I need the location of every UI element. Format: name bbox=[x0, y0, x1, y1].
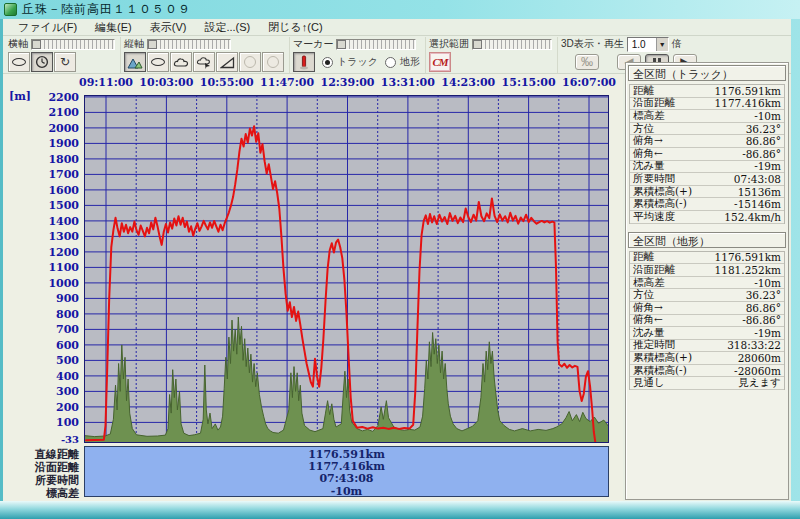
rotate-icon: ↻ bbox=[60, 56, 70, 68]
ghost-circle-button-2[interactable] bbox=[262, 52, 284, 72]
menu-item-0[interactable]: ファイル(F) bbox=[9, 19, 86, 36]
elevation-tick-label: 700 bbox=[3, 323, 79, 336]
menu-item-4[interactable]: 閉じる↑(C) bbox=[259, 19, 331, 36]
elevation-tick-label: 1300 bbox=[3, 230, 79, 243]
app-window: 丘珠－陸前高田１１０５０９ ファイル(F)編集(E)表示(V)設定...(S)閉… bbox=[0, 0, 800, 519]
haxis-group: 横軸 ↻ bbox=[5, 37, 121, 73]
marker-slider[interactable] bbox=[336, 39, 416, 50]
elevation-tick-label: 1800 bbox=[3, 153, 79, 166]
selection-label: 選択範囲 bbox=[429, 37, 469, 51]
triangle-tool-button[interactable] bbox=[216, 52, 238, 72]
stat-value: -10m bbox=[754, 110, 784, 122]
gradient-button[interactable]: ‰ bbox=[575, 54, 599, 70]
terrain-section-header: 全区間（地形） bbox=[628, 232, 786, 248]
plot-canvas[interactable] bbox=[84, 95, 609, 443]
table-row: 平均速度152.4km/h bbox=[630, 211, 784, 224]
permille-icon: ‰ bbox=[581, 56, 593, 68]
cm-icon: CM bbox=[432, 56, 447, 68]
time-tick-label: 09:11:00 bbox=[79, 76, 133, 89]
oval-tool-button[interactable] bbox=[8, 52, 30, 72]
elevation-plot bbox=[84, 95, 609, 443]
menu-item-1[interactable]: 編集(E) bbox=[86, 19, 141, 36]
selection-group: 選択範囲 CM bbox=[426, 37, 558, 73]
stat-value: 1176.591km bbox=[715, 251, 784, 263]
marker-pin-button[interactable] bbox=[293, 52, 315, 72]
track-radio[interactable] bbox=[322, 57, 333, 68]
time-tick-label: 13:31:00 bbox=[381, 76, 435, 89]
footer-labels: 直線距離沿面距離所要時間標高差 bbox=[3, 448, 79, 500]
chevron-down-icon: ▼ bbox=[656, 38, 668, 51]
window-title: 丘珠－陸前高田１１０５０９ bbox=[22, 1, 191, 18]
clock-tool-button[interactable] bbox=[31, 52, 53, 72]
stat-value: 1177.416km bbox=[715, 97, 784, 109]
mountain-icon bbox=[127, 56, 143, 69]
stat-value: -86.86° bbox=[742, 148, 784, 160]
terrain-radio[interactable] bbox=[385, 57, 396, 68]
time-tick-label: 16:07:00 bbox=[562, 76, 616, 89]
haxis-label: 横軸 bbox=[8, 37, 28, 51]
track-radio-label: トラック bbox=[337, 55, 378, 69]
oval-icon bbox=[151, 58, 165, 66]
footer-summary-box: 1176.591km1177.416km07:43:08-10m bbox=[84, 446, 609, 497]
stat-value: 86.86° bbox=[746, 135, 784, 147]
time-tick-label: 15:15:00 bbox=[502, 76, 556, 89]
stat-value: -86.86° bbox=[742, 314, 784, 326]
menu-item-2[interactable]: 表示(V) bbox=[141, 19, 196, 36]
terrain-stats-table: 距離1176.591km沿面距離1181.252km標高差-10m方位36.23… bbox=[629, 251, 785, 391]
footer-label: 沿面距離 bbox=[3, 461, 79, 474]
footer-label: 所要時間 bbox=[3, 474, 79, 487]
stat-value: 86.86° bbox=[746, 302, 784, 314]
mountain-view-button[interactable] bbox=[124, 52, 146, 72]
stat-value: 36.23° bbox=[746, 123, 784, 135]
cm-button[interactable]: CM bbox=[429, 52, 451, 72]
stat-label: 平均速度 bbox=[630, 210, 724, 224]
title-bar[interactable]: 丘珠－陸前高田１１０５０９ bbox=[0, 0, 800, 19]
app-icon bbox=[4, 3, 17, 16]
speed-unit-label: 倍 bbox=[672, 37, 682, 51]
stat-value: -19m bbox=[754, 327, 784, 339]
menu-item-3[interactable]: 設定...(S) bbox=[195, 19, 259, 36]
selection-slider[interactable] bbox=[472, 39, 552, 50]
elevation-chart-area: [m] 09:11:0010:03:0010:55:0011:47:0012:3… bbox=[3, 74, 623, 501]
elevation-min-label: -33 bbox=[3, 434, 79, 445]
elevation-tick-label: 2000 bbox=[3, 122, 79, 135]
elevation-tick-label: 1900 bbox=[3, 137, 79, 150]
elevation-tick-label: 600 bbox=[3, 339, 79, 352]
cloud-view-button[interactable] bbox=[170, 52, 192, 72]
oval-view-button[interactable] bbox=[147, 52, 169, 72]
terrain-radio-label: 地形 bbox=[400, 55, 420, 69]
speed-combobox[interactable]: 1.0 ▼ bbox=[627, 37, 669, 52]
track-stats-table: 距離1176.591km沿面距離1177.416km標高差-10m方位36.23… bbox=[629, 84, 785, 224]
marker-pin-icon bbox=[299, 55, 309, 70]
footer-value: -10m bbox=[85, 486, 608, 498]
elevation-tick-label: 1600 bbox=[3, 184, 79, 197]
elevation-tick-label: 1500 bbox=[3, 199, 79, 212]
vaxis-group: 縦軸 bbox=[121, 37, 290, 73]
stat-value: 36.23° bbox=[746, 289, 784, 301]
cloud-icon bbox=[173, 57, 189, 68]
haxis-zoom-slider[interactable] bbox=[31, 39, 115, 50]
footer-value: 07:43:08 bbox=[85, 473, 608, 485]
cloud-pointer-button[interactable] bbox=[193, 52, 215, 72]
stats-panel: 全区間（トラック） 距離1176.591km沿面距離1177.416km標高差-… bbox=[625, 62, 789, 500]
elevation-tick-label: 300 bbox=[3, 385, 79, 398]
elevation-tick-label: 1000 bbox=[3, 277, 79, 290]
elevation-tick-label: 200 bbox=[3, 401, 79, 414]
stat-value: 見えます bbox=[738, 376, 784, 390]
elevation-tick-label: 800 bbox=[3, 308, 79, 321]
menu-bar: ファイル(F)編集(E)表示(V)設定...(S)閉じる↑(C) bbox=[3, 19, 791, 36]
ghost-circle-button-1[interactable] bbox=[239, 52, 261, 72]
stat-value: -10m bbox=[754, 277, 784, 289]
elevation-tick-label: 2100 bbox=[3, 106, 79, 119]
rotate-tool-button[interactable]: ↻ bbox=[54, 52, 76, 72]
time-tick-label: 10:03:00 bbox=[139, 76, 193, 89]
elevation-tick-label: 2200 bbox=[3, 91, 79, 104]
time-tick-label: 11:47:00 bbox=[260, 76, 314, 89]
status-bar bbox=[0, 501, 800, 519]
triangle-icon bbox=[220, 56, 235, 69]
stat-value: 152.4km/h bbox=[724, 211, 784, 223]
stat-value: 1181.252km bbox=[715, 264, 784, 276]
elevation-tick-label: 500 bbox=[3, 354, 79, 367]
vaxis-zoom-slider[interactable] bbox=[147, 39, 231, 50]
time-tick-label: 10:55:00 bbox=[200, 76, 254, 89]
